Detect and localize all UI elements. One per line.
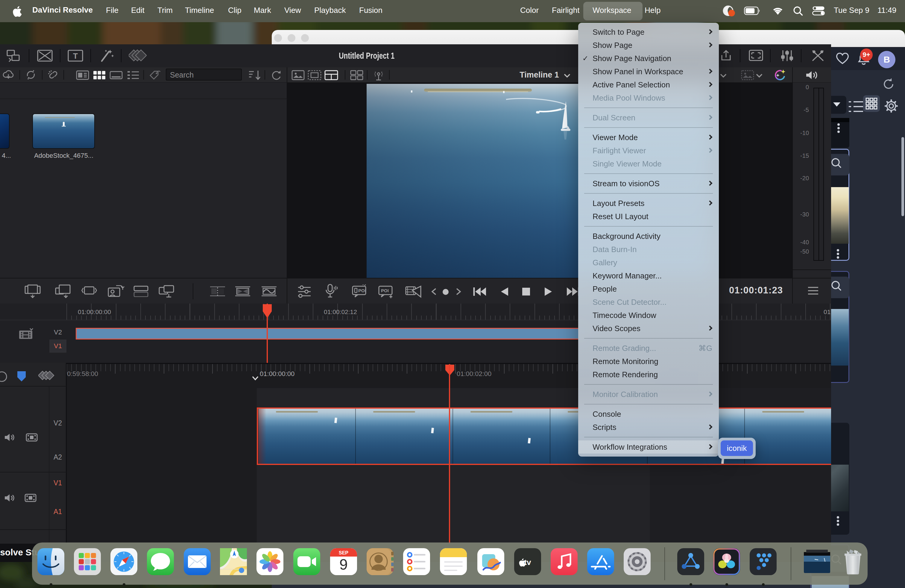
svg-text:SEP: SEP xyxy=(339,550,348,555)
svg-text:9: 9 xyxy=(340,556,348,573)
svg-text:T: T xyxy=(73,51,78,60)
svg-text:POI: POI xyxy=(381,288,389,293)
svg-text:POI: POI xyxy=(358,288,366,293)
svg-text:tv: tv xyxy=(524,558,531,567)
